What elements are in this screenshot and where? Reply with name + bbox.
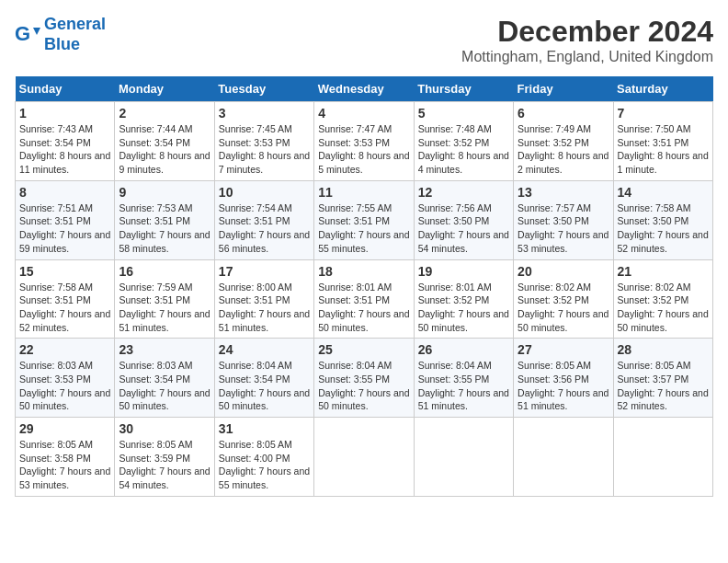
- sunrise-label: Sunrise: 8:01 AM: [418, 282, 492, 293]
- daylight-label: Daylight: 7 hours and 53 minutes.: [518, 229, 609, 254]
- day-info: Sunrise: 8:05 AM Sunset: 3:56 PM Dayligh…: [518, 359, 609, 413]
- sunrise-label: Sunrise: 8:04 AM: [219, 360, 292, 371]
- sunrise-label: Sunrise: 7:51 AM: [19, 202, 93, 213]
- sunset-label: Sunset: 3:59 PM: [119, 453, 190, 464]
- sunrise-label: Sunrise: 7:57 AM: [518, 202, 591, 213]
- svg-marker-1: [33, 28, 40, 35]
- calendar-day-cell: 13 Sunrise: 7:57 AM Sunset: 3:50 PM Dayl…: [514, 180, 613, 259]
- day-number: 23: [119, 342, 210, 357]
- day-number: 3: [219, 106, 310, 121]
- daylight-label: Daylight: 7 hours and 50 minutes.: [418, 308, 509, 333]
- daylight-label: Daylight: 8 hours and 9 minutes.: [119, 150, 210, 175]
- calendar-day-cell: 23 Sunrise: 8:03 AM Sunset: 3:54 PM Dayl…: [115, 339, 214, 418]
- sunset-label: Sunset: 3:57 PM: [618, 373, 689, 385]
- logo: G General Blue: [15, 15, 106, 54]
- day-info: Sunrise: 8:01 AM Sunset: 3:51 PM Dayligh…: [318, 281, 409, 335]
- sunrise-label: Sunrise: 8:04 AM: [318, 360, 392, 371]
- sunrise-label: Sunrise: 7:58 AM: [618, 202, 691, 213]
- day-number: 13: [518, 185, 609, 200]
- sunset-label: Sunset: 3:51 PM: [318, 215, 390, 226]
- day-number: 22: [19, 342, 110, 357]
- calendar-day-cell: 14 Sunrise: 7:58 AM Sunset: 3:50 PM Dayl…: [613, 180, 712, 259]
- calendar-day-cell: 8 Sunrise: 7:51 AM Sunset: 3:51 PM Dayli…: [16, 180, 115, 259]
- calendar-day-cell: 21 Sunrise: 8:02 AM Sunset: 3:52 PM Dayl…: [613, 259, 712, 339]
- sunset-label: Sunset: 3:52 PM: [518, 137, 589, 148]
- calendar-day-cell: 10 Sunrise: 7:54 AM Sunset: 3:51 PM Dayl…: [214, 180, 313, 259]
- sunset-label: Sunset: 3:52 PM: [418, 294, 490, 305]
- daylight-label: Daylight: 7 hours and 56 minutes.: [219, 229, 310, 254]
- calendar-day-cell: 16 Sunrise: 7:59 AM Sunset: 3:51 PM Dayl…: [115, 259, 214, 339]
- day-number: 29: [19, 421, 110, 436]
- daylight-label: Daylight: 7 hours and 50 minutes.: [618, 308, 709, 333]
- sunrise-label: Sunrise: 7:59 AM: [119, 282, 192, 293]
- sunset-label: Sunset: 3:55 PM: [318, 373, 390, 385]
- calendar-day-cell: 6 Sunrise: 7:49 AM Sunset: 3:52 PM Dayli…: [514, 102, 613, 181]
- daylight-label: Daylight: 8 hours and 11 minutes.: [19, 150, 110, 175]
- sunset-label: Sunset: 3:54 PM: [119, 373, 190, 385]
- calendar-day-cell: 22 Sunrise: 8:03 AM Sunset: 3:53 PM Dayl…: [16, 339, 115, 418]
- calendar-day-cell: 15 Sunrise: 7:58 AM Sunset: 3:51 PM Dayl…: [16, 259, 115, 339]
- sunrise-label: Sunrise: 8:04 AM: [418, 360, 492, 371]
- day-info: Sunrise: 7:56 AM Sunset: 3:50 PM Dayligh…: [418, 201, 509, 256]
- sunset-label: Sunset: 3:51 PM: [19, 294, 91, 305]
- daylight-label: Daylight: 7 hours and 50 minutes.: [19, 387, 110, 412]
- day-info: Sunrise: 8:04 AM Sunset: 3:55 PM Dayligh…: [318, 359, 409, 413]
- calendar-day-cell: 30 Sunrise: 8:05 AM Sunset: 3:59 PM Dayl…: [115, 418, 214, 497]
- sunset-label: Sunset: 3:50 PM: [418, 215, 490, 226]
- day-info: Sunrise: 7:55 AM Sunset: 3:51 PM Dayligh…: [318, 201, 409, 256]
- calendar-day-cell: 24 Sunrise: 8:04 AM Sunset: 3:54 PM Dayl…: [214, 339, 313, 418]
- daylight-label: Daylight: 7 hours and 54 minutes.: [119, 465, 210, 490]
- day-number: 30: [119, 421, 210, 436]
- day-number: 8: [19, 185, 110, 200]
- sunset-label: Sunset: 3:53 PM: [19, 373, 91, 385]
- calendar-day-cell: 1 Sunrise: 7:43 AM Sunset: 3:54 PM Dayli…: [16, 102, 115, 181]
- daylight-label: Daylight: 8 hours and 1 minute.: [618, 150, 709, 175]
- sunrise-label: Sunrise: 8:02 AM: [618, 282, 691, 293]
- daylight-label: Daylight: 7 hours and 55 minutes.: [318, 229, 409, 254]
- sunset-label: Sunset: 3:58 PM: [19, 453, 91, 464]
- sunset-label: Sunset: 3:53 PM: [219, 137, 290, 148]
- sunset-label: Sunset: 3:56 PM: [518, 373, 589, 385]
- day-number: 4: [318, 106, 409, 121]
- daylight-label: Daylight: 7 hours and 53 minutes.: [19, 465, 110, 490]
- day-info: Sunrise: 7:57 AM Sunset: 3:50 PM Dayligh…: [518, 201, 609, 256]
- day-number: 6: [518, 106, 609, 121]
- title-block: December 2024 Mottingham, England, Unite…: [461, 15, 713, 65]
- day-of-week-header: Tuesday: [214, 76, 313, 102]
- sunrise-label: Sunrise: 7:56 AM: [418, 202, 492, 213]
- day-info: Sunrise: 7:44 AM Sunset: 3:54 PM Dayligh…: [119, 122, 210, 177]
- day-of-week-header: Monday: [115, 76, 214, 102]
- day-number: 5: [418, 106, 509, 121]
- sunrise-label: Sunrise: 7:47 AM: [318, 123, 392, 134]
- calendar-day-cell: 17 Sunrise: 8:00 AM Sunset: 3:51 PM Dayl…: [214, 259, 313, 339]
- calendar-week-row: 29 Sunrise: 8:05 AM Sunset: 3:58 PM Dayl…: [16, 418, 713, 497]
- sunrise-label: Sunrise: 8:05 AM: [219, 439, 292, 450]
- svg-text:G: G: [15, 22, 30, 45]
- sunrise-label: Sunrise: 7:55 AM: [318, 202, 392, 213]
- calendar-day-cell: 26 Sunrise: 8:04 AM Sunset: 3:55 PM Dayl…: [414, 339, 513, 418]
- day-info: Sunrise: 8:01 AM Sunset: 3:52 PM Dayligh…: [418, 281, 509, 335]
- sunrise-label: Sunrise: 7:58 AM: [19, 282, 93, 293]
- calendar-day-cell: 7 Sunrise: 7:50 AM Sunset: 3:51 PM Dayli…: [613, 102, 712, 181]
- day-number: 24: [219, 342, 310, 357]
- sunset-label: Sunset: 3:54 PM: [19, 137, 91, 148]
- day-info: Sunrise: 7:58 AM Sunset: 3:50 PM Dayligh…: [618, 201, 709, 256]
- day-info: Sunrise: 8:05 AM Sunset: 3:59 PM Dayligh…: [119, 438, 210, 492]
- day-of-week-header: Friday: [514, 76, 613, 102]
- day-info: Sunrise: 8:02 AM Sunset: 3:52 PM Dayligh…: [618, 281, 709, 335]
- day-number: 1: [19, 106, 110, 121]
- sunset-label: Sunset: 3:50 PM: [518, 215, 589, 226]
- sunset-label: Sunset: 3:52 PM: [618, 294, 689, 305]
- day-number: 28: [618, 342, 709, 357]
- empty-cell: [314, 418, 414, 497]
- sunrise-label: Sunrise: 7:49 AM: [518, 123, 591, 134]
- logo-line1: General: [44, 15, 106, 33]
- daylight-label: Daylight: 7 hours and 52 minutes.: [618, 387, 709, 412]
- daylight-label: Daylight: 7 hours and 50 minutes.: [219, 387, 310, 412]
- calendar-table: SundayMondayTuesdayWednesdayThursdayFrid…: [15, 76, 713, 497]
- sunset-label: Sunset: 3:51 PM: [318, 294, 390, 305]
- calendar-day-cell: 25 Sunrise: 8:04 AM Sunset: 3:55 PM Dayl…: [314, 339, 414, 418]
- day-number: 12: [418, 185, 509, 200]
- sunset-label: Sunset: 3:52 PM: [418, 137, 490, 148]
- day-info: Sunrise: 7:54 AM Sunset: 3:51 PM Dayligh…: [219, 201, 310, 256]
